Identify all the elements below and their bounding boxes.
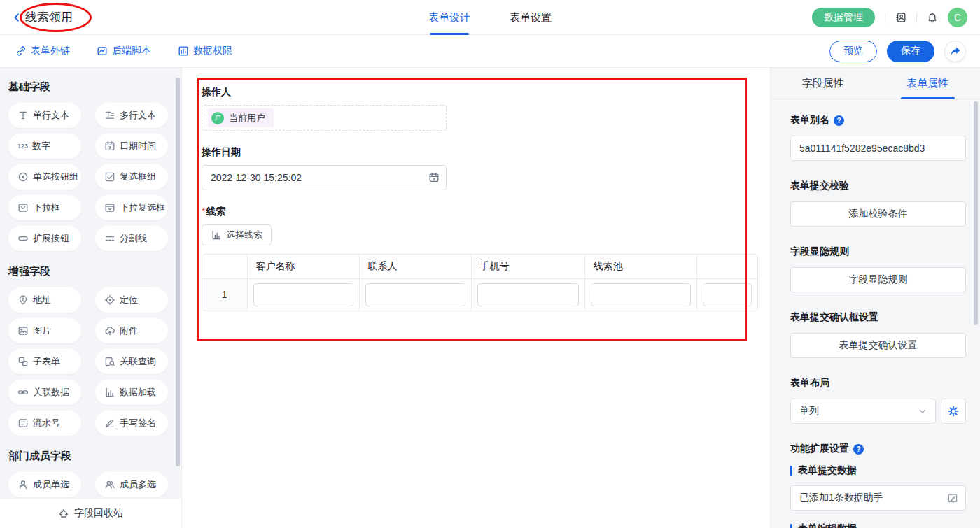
- clue-cell-input[interactable]: [703, 283, 752, 306]
- field-pill-单行文本[interactable]: 单行文本: [8, 103, 81, 128]
- user-badge-icon: 户: [211, 112, 224, 124]
- panel-section-button[interactable]: 表单提交确认设置: [790, 333, 966, 358]
- panel-section-heading: 表单提交校验: [790, 180, 966, 192]
- field-pill-附件[interactable]: 附件: [95, 318, 168, 343]
- field-pill-label: 复选框组: [120, 171, 156, 183]
- radio-group-icon: [18, 171, 29, 183]
- clue-column-header: 手机号: [471, 255, 584, 278]
- field-pill-label: 扩展按钮: [33, 232, 69, 245]
- panel-tab-1[interactable]: 表单属性: [876, 68, 980, 99]
- field-pill-label: 成员多选: [120, 478, 156, 491]
- panel-section-button[interactable]: 添加校验条件: [790, 201, 966, 227]
- back-icon[interactable]: [11, 12, 22, 23]
- edit-icon[interactable]: [947, 492, 958, 504]
- image-icon: [18, 325, 29, 336]
- field-pill-单选按钮组[interactable]: 单选按钮组: [8, 164, 81, 190]
- form-layout-section: 表单布局 单列: [790, 377, 966, 424]
- calendar-icon[interactable]: [428, 172, 440, 183]
- submit-data-box: 已添加1条数据助手: [790, 485, 966, 511]
- script-icon: [97, 45, 108, 57]
- field-pill-label: 单选按钮组: [33, 171, 78, 183]
- chevron-down-icon: [917, 406, 928, 417]
- field-pill-label: 手写签名: [120, 417, 156, 429]
- preview-button[interactable]: 预览: [830, 41, 877, 62]
- clue-cell-input[interactable]: [365, 283, 465, 306]
- field-pill-label: 下拉复选框: [120, 201, 165, 214]
- required-mark: *: [202, 206, 205, 217]
- form-alias-input[interactable]: [790, 136, 966, 161]
- panel-section-button[interactable]: 字段显隐规则: [790, 267, 966, 292]
- toolbar-link-label: 后端脚本: [112, 45, 151, 57]
- panel-scrollbar[interactable]: [974, 101, 978, 325]
- link-icon: [15, 45, 27, 57]
- current-user-tag[interactable]: 户 当前用户: [208, 108, 274, 127]
- layout-select[interactable]: 单列: [790, 399, 936, 424]
- linked-data-icon: [18, 387, 29, 398]
- panel-tab-0[interactable]: 字段属性: [771, 68, 876, 99]
- multi-line-text-icon: [104, 110, 115, 121]
- header-tab-1[interactable]: 表单设置: [510, 0, 552, 35]
- field-pill-label: 关联查询: [120, 355, 156, 368]
- panel-section: 表单提交确认框设置表单提交确认设置: [790, 311, 966, 358]
- select-clue-button[interactable]: 选择线索: [202, 224, 272, 245]
- sidebar-scrollbar[interactable]: [176, 78, 180, 466]
- field-pill-label: 定位: [120, 294, 138, 306]
- clue-cell-input[interactable]: [591, 283, 691, 306]
- field-pill-数据加载[interactable]: 数据加载: [95, 380, 168, 405]
- header-tab-0[interactable]: 表单设计: [428, 0, 470, 35]
- avatar[interactable]: C: [948, 8, 967, 27]
- field-pill-label: 多行文本: [120, 109, 156, 122]
- toolbar-link[interactable]: 后端脚本: [97, 45, 151, 57]
- data-manage-button[interactable]: 数据管理: [812, 8, 875, 27]
- operator-field[interactable]: 户 当前用户: [202, 105, 447, 131]
- clue-col-extra-header: [696, 255, 757, 278]
- field-pill-分割线[interactable]: 分割线: [95, 226, 168, 251]
- select-icon: [18, 202, 29, 213]
- field-pill-子表单[interactable]: 子表单: [8, 349, 81, 374]
- field-pill-日期时间[interactable]: 日期时间: [95, 134, 168, 159]
- field-pill-成员多选[interactable]: 成员多选: [95, 472, 168, 497]
- select-clue-label: 选择线索: [226, 229, 262, 241]
- field-pill-扩展按钮[interactable]: 扩展按钮: [8, 226, 81, 251]
- clue-cell-input[interactable]: [253, 283, 354, 306]
- field-pill-label: 流水号: [33, 417, 60, 429]
- field-pill-定位[interactable]: 定位: [95, 287, 168, 313]
- form-canvas: 操作人 户 当前用户 操作日期 *线索 选择线索: [182, 68, 770, 528]
- checkbox-group-icon: [104, 171, 115, 183]
- save-button[interactable]: 保存: [887, 41, 934, 62]
- field-pill-关联查询[interactable]: 关联查询: [95, 349, 168, 374]
- member-multi-icon: [104, 479, 115, 490]
- layout-gear-button[interactable]: [941, 399, 966, 424]
- share-button[interactable]: [944, 41, 966, 62]
- current-user-label: 当前用户: [229, 112, 265, 124]
- address-book-icon[interactable]: [895, 12, 906, 23]
- toolbar-link[interactable]: 数据权限: [178, 45, 232, 57]
- field-pill-多行文本[interactable]: 多行文本: [95, 103, 168, 128]
- clue-field-label: *线索: [202, 206, 742, 218]
- help-icon[interactable]: ?: [853, 444, 864, 455]
- single-line-text-icon: [18, 110, 29, 121]
- field-pill-数字[interactable]: 123数字: [8, 134, 81, 159]
- divider-icon: [104, 233, 115, 244]
- field-pill-关联数据[interactable]: 关联数据: [8, 380, 81, 405]
- field-pill-流水号[interactable]: 流水号: [8, 411, 81, 436]
- field-pill-图片[interactable]: 图片: [8, 318, 81, 343]
- field-pill-成员单选[interactable]: 成员单选: [8, 472, 81, 497]
- field-pill-下拉框[interactable]: 下拉框: [8, 195, 81, 220]
- date-input[interactable]: [202, 165, 447, 190]
- recycle-icon: [58, 508, 69, 519]
- field-pill-复选框组[interactable]: 复选框组: [95, 164, 168, 190]
- field-pill-地址[interactable]: 地址: [8, 287, 81, 313]
- toolbar-link[interactable]: 表单外链: [15, 45, 70, 57]
- clue-cell-input[interactable]: [477, 283, 579, 306]
- top-header: 线索领用 表单设计表单设置 数据管理 C: [0, 0, 980, 35]
- field-pill-下拉复选框[interactable]: 下拉复选框: [95, 195, 168, 220]
- properties-panel: 字段属性表单属性 表单别名 ? 表单提交校验添加校验条件字段显隐规则字段显隐规则…: [770, 68, 980, 528]
- divider: [916, 13, 917, 23]
- field-pill-手写签名[interactable]: 手写签名: [95, 411, 168, 436]
- bell-icon[interactable]: [927, 12, 938, 23]
- form-layout-heading: 表单布局: [790, 377, 966, 390]
- toolbar-link-label: 表单外链: [31, 45, 70, 57]
- help-icon[interactable]: ?: [834, 115, 844, 126]
- field-recycle-bin-button[interactable]: 字段回收站: [0, 499, 181, 528]
